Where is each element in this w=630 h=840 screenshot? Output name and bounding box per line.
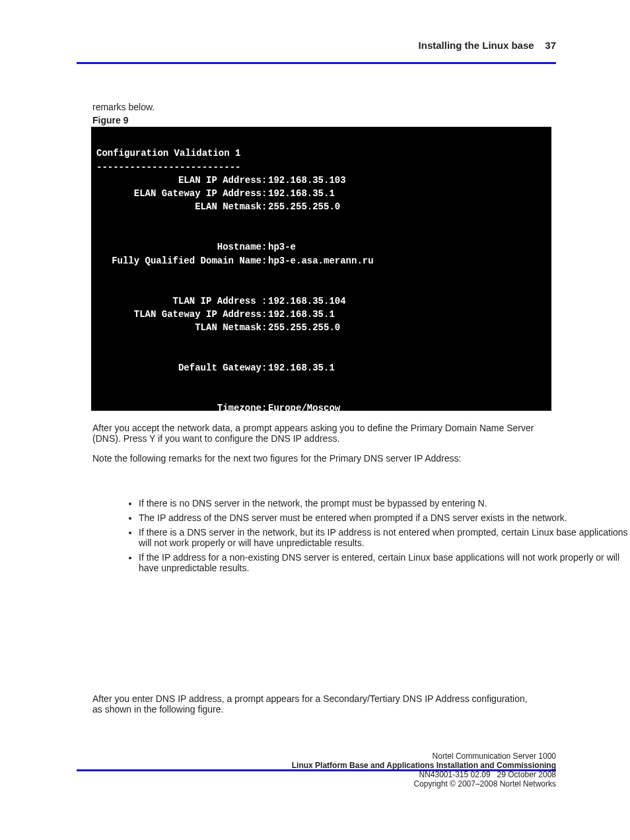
row-val: 192.168.35.1 [268, 187, 546, 200]
dns-confirm-text: After you enter DNS IP address, a prompt… [92, 693, 538, 715]
top-divider [77, 62, 556, 64]
list-item: The IP address of the DNS server must be… [139, 512, 630, 523]
row-val: 192.168.35.1 [268, 308, 546, 321]
row-val: hp3-e [268, 240, 546, 254]
term-divider: -------------------------- [96, 162, 240, 172]
page-number: 37 [545, 40, 556, 51]
row-label: Default Gateway [96, 361, 262, 374]
row-val: 255.255.255.0 [268, 321, 546, 334]
row-label: Hostname [96, 240, 262, 254]
remark-text: remarks below. [92, 102, 155, 112]
row-label: Timezone [96, 402, 262, 415]
row-label: TLAN Netmask [96, 321, 262, 334]
row-val: hp3-e.asa.merann.ru [268, 254, 546, 267]
footer-copyright: Copyright © 2007–2008 Nortel Networks [77, 779, 556, 788]
row-val: 192.168.35.1 [268, 361, 546, 374]
row-label: ELAN Gateway IP Address [96, 187, 262, 200]
row-val: 192.168.35.104 [268, 295, 546, 308]
row-label: ELAN IP Address [96, 174, 262, 187]
footer-strong: Linux Platform Base and Applications Ins… [292, 761, 556, 770]
row-label: TLAN Gateway IP Address [96, 308, 262, 321]
terminal-screenshot: Configuration Validation 1 -------------… [91, 127, 551, 411]
list-item: If there is a DNS server in the network,… [139, 527, 630, 548]
row-label: ELAN Netmask [96, 200, 262, 213]
after-figure-text: After you accept the network data, a pro… [92, 423, 538, 444]
section-title: Installing the Linux base [419, 40, 534, 51]
footer-date: 29 October 2008 [497, 770, 556, 779]
footer: Nortel Communication Server 1000 Linux P… [77, 752, 556, 788]
list-item: If the IP address for a non-existing DNS… [139, 552, 630, 573]
notes-list: If there is no DNS server in the network… [112, 498, 630, 577]
row-val: 255.255.255.0 [268, 200, 546, 213]
row-val: 192.168.35.103 [268, 174, 546, 187]
footer-left: Nortel Communication Server 1000 [77, 752, 556, 761]
row-val: Europe/Moscow [268, 402, 546, 415]
row-label: Fully Qualified Domain Name [96, 254, 262, 267]
footer-docnum: NN43001-315 02.09 [419, 770, 490, 779]
row-label: TLAN IP Address [96, 295, 262, 308]
term-title: Configuration Validation 1 [96, 148, 240, 158]
list-item: If there is no DNS server in the network… [139, 498, 630, 508]
note-lead: Note the following remarks for the next … [92, 453, 538, 464]
